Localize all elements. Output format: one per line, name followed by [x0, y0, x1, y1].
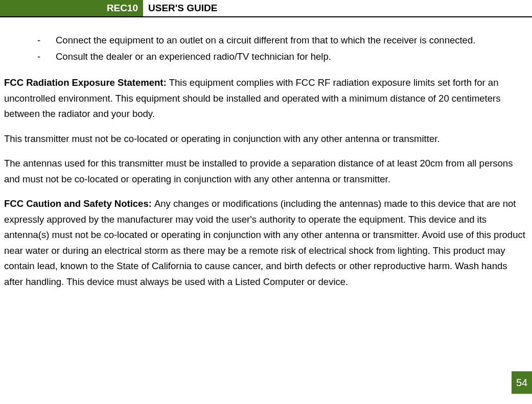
list-item: - Connect the equipment to an outlet on …	[37, 33, 528, 48]
bullet-list: - Connect the equipment to an outlet on …	[4, 33, 528, 64]
fcc-caution-paragraph: FCC Caution and Safety Notices: Any chan…	[4, 196, 528, 290]
page-content: - Connect the equipment to an outlet on …	[0, 17, 532, 290]
page-number: 54	[512, 371, 532, 394]
antennas-paragraph: The antennas used for this transmitter m…	[4, 156, 528, 187]
fcc-radiation-heading: FCC Radiation Exposure Statement:	[4, 77, 169, 88]
header-title: USER'S GUIDE	[143, 0, 217, 16]
bullet-text: Connect the equipment to an outlet on a …	[56, 33, 528, 48]
fcc-caution-body: Any changes or modifications (including …	[4, 198, 525, 287]
transmitter-paragraph: This transmitter must not be co-located …	[4, 131, 528, 147]
fcc-caution-heading: FCC Caution and Safety Notices:	[4, 198, 154, 209]
fcc-radiation-paragraph: FCC Radiation Exposure Statement: This e…	[4, 75, 528, 122]
header-tab: REC10	[0, 0, 143, 16]
list-item: - Consult the dealer or an experienced r…	[37, 49, 528, 64]
bullet-text: Consult the dealer or an experienced rad…	[56, 49, 528, 64]
bullet-dash-icon: -	[37, 49, 56, 64]
bullet-dash-icon: -	[37, 33, 56, 48]
page-header: REC10 USER'S GUIDE	[0, 0, 532, 17]
